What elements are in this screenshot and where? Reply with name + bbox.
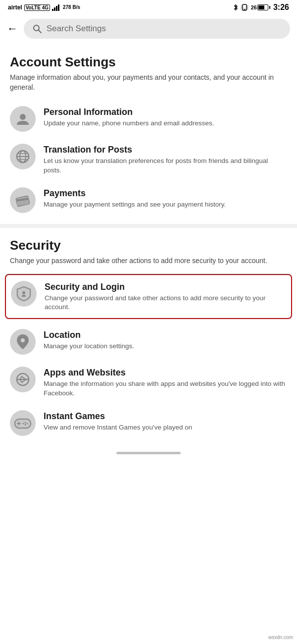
svg-rect-0 [52,9,53,11]
search-placeholder: Search Settings [47,24,106,34]
status-bar: airtel VoLTE 4G 278 B/s [0,0,297,14]
security-section: Security Change your password and take o… [0,228,297,447]
personal-information-item[interactable]: Personal Information Update your name, p… [10,100,287,138]
apps-websites-icon [10,367,36,392]
search-icon [33,24,42,33]
home-bar [116,452,181,454]
section-divider [0,224,297,228]
security-login-icon [11,281,37,307]
back-button[interactable]: ← [7,22,18,35]
security-login-desc: Change your password and take other acti… [45,294,286,313]
instant-games-item[interactable]: Instant Games View and remove Instant Ga… [10,404,287,442]
clock: 3:26 [273,3,289,12]
location-desc: Manage your location settings. [44,342,287,351]
status-carrier: airtel VoLTE 4G 278 B/s [8,4,80,11]
apps-websites-desc: Manage the information you share with ap… [44,379,287,398]
instant-games-desc: View and remove Instant Games you've pla… [44,423,287,432]
account-settings-section: Account Settings Manage information abou… [0,45,297,224]
personal-info-desc: Update your name, phone numbers and emai… [44,119,287,128]
svg-line-13 [39,30,42,33]
translation-desc: Let us know your translation preferences… [44,157,287,175]
battery-icon: 26 [251,4,270,10]
search-input-container[interactable]: Search Settings [24,19,290,39]
svg-rect-2 [56,6,57,11]
payments-name: Payments [44,188,287,199]
payments-item[interactable]: Payments Manage your payment settings an… [10,181,287,219]
apps-websites-item[interactable]: Apps and Websites Manage the information… [10,361,287,404]
location-item[interactable]: Location Manage your location settings. [10,323,287,361]
security-section-desc: Change your password and take other acti… [10,256,287,266]
svg-point-34 [23,423,24,425]
watermark: wsxdn.com [268,635,293,640]
svg-point-14 [20,114,26,120]
bluetooth-icon [233,3,238,11]
svg-rect-1 [54,7,55,11]
svg-point-33 [25,424,26,426]
payments-desc: Manage your payment settings and see you… [44,200,287,210]
data-speed: 278 B/s [63,5,80,10]
location-name: Location [44,330,287,340]
instant-games-icon [10,410,36,436]
search-bar-row: ← Search Settings [0,14,297,45]
apps-websites-name: Apps and Websites [44,368,287,378]
personal-info-name: Personal Information [44,107,287,117]
account-section-title: Account Settings [10,54,287,70]
home-indicator [0,447,297,461]
svg-point-24 [21,338,25,342]
security-login-name: Security and Login [45,282,286,292]
translation-item[interactable]: Translation for Posts Let us know your t… [10,138,287,181]
status-right: 26 3:26 [233,3,289,12]
account-section-desc: Manage information about you, your payme… [10,73,287,92]
location-icon [10,329,36,355]
svg-point-32 [27,423,28,425]
signal-icon [52,4,61,11]
vibrate-icon [241,4,248,11]
translation-icon [10,144,36,169]
svg-point-23 [22,291,25,294]
security-login-item[interactable]: Security and Login Change your password … [5,274,292,320]
svg-point-31 [25,422,26,424]
svg-rect-3 [58,4,59,11]
svg-rect-5 [244,9,246,10]
instant-games-name: Instant Games [44,411,287,422]
security-section-title: Security [10,238,287,253]
volte-badge: VoLTE 4G [24,4,50,11]
payments-icon [10,187,36,213]
translation-name: Translation for Posts [44,145,287,155]
personal-info-icon [10,106,36,132]
